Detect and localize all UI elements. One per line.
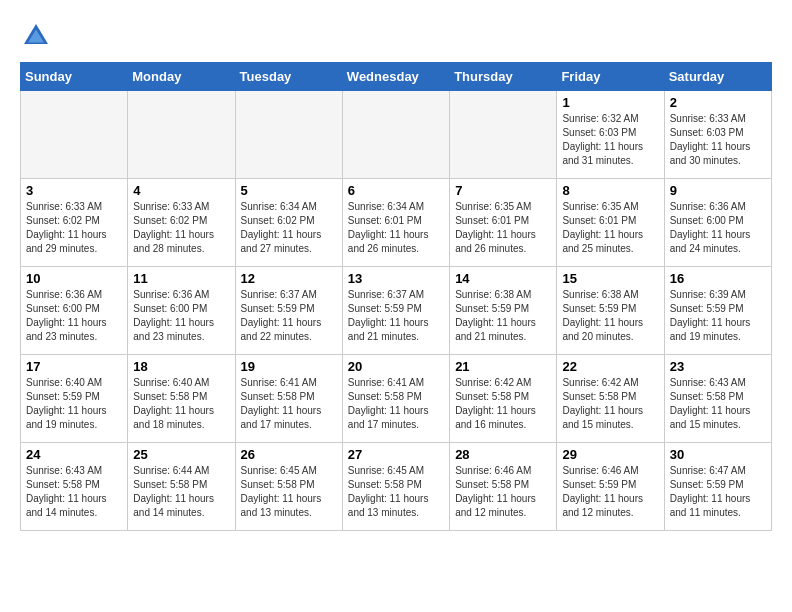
day-number: 8 (562, 183, 658, 198)
calendar-day-cell: 13Sunrise: 6:37 AMSunset: 5:59 PMDayligh… (342, 267, 449, 355)
calendar-day-cell: 15Sunrise: 6:38 AMSunset: 5:59 PMDayligh… (557, 267, 664, 355)
day-info: Sunrise: 6:41 AMSunset: 5:58 PMDaylight:… (241, 376, 337, 432)
calendar-day-cell: 8Sunrise: 6:35 AMSunset: 6:01 PMDaylight… (557, 179, 664, 267)
day-number: 18 (133, 359, 229, 374)
day-info: Sunrise: 6:41 AMSunset: 5:58 PMDaylight:… (348, 376, 444, 432)
calendar-week-row: 24Sunrise: 6:43 AMSunset: 5:58 PMDayligh… (21, 443, 772, 531)
day-number: 23 (670, 359, 766, 374)
calendar-day-cell: 12Sunrise: 6:37 AMSunset: 5:59 PMDayligh… (235, 267, 342, 355)
day-info: Sunrise: 6:43 AMSunset: 5:58 PMDaylight:… (26, 464, 122, 520)
day-number: 20 (348, 359, 444, 374)
day-number: 10 (26, 271, 122, 286)
day-number: 22 (562, 359, 658, 374)
calendar-day-cell (235, 91, 342, 179)
calendar-week-row: 1Sunrise: 6:32 AMSunset: 6:03 PMDaylight… (21, 91, 772, 179)
day-number: 30 (670, 447, 766, 462)
day-info: Sunrise: 6:36 AMSunset: 6:00 PMDaylight:… (26, 288, 122, 344)
column-header-tuesday: Tuesday (235, 63, 342, 91)
day-info: Sunrise: 6:40 AMSunset: 5:58 PMDaylight:… (133, 376, 229, 432)
day-info: Sunrise: 6:37 AMSunset: 5:59 PMDaylight:… (348, 288, 444, 344)
day-number: 27 (348, 447, 444, 462)
day-info: Sunrise: 6:37 AMSunset: 5:59 PMDaylight:… (241, 288, 337, 344)
calendar-table: SundayMondayTuesdayWednesdayThursdayFrid… (20, 62, 772, 531)
day-number: 2 (670, 95, 766, 110)
day-info: Sunrise: 6:40 AMSunset: 5:59 PMDaylight:… (26, 376, 122, 432)
day-info: Sunrise: 6:42 AMSunset: 5:58 PMDaylight:… (455, 376, 551, 432)
calendar-day-cell: 16Sunrise: 6:39 AMSunset: 5:59 PMDayligh… (664, 267, 771, 355)
day-number: 19 (241, 359, 337, 374)
day-number: 7 (455, 183, 551, 198)
day-info: Sunrise: 6:38 AMSunset: 5:59 PMDaylight:… (455, 288, 551, 344)
column-header-monday: Monday (128, 63, 235, 91)
calendar-day-cell: 3Sunrise: 6:33 AMSunset: 6:02 PMDaylight… (21, 179, 128, 267)
day-info: Sunrise: 6:33 AMSunset: 6:02 PMDaylight:… (133, 200, 229, 256)
day-info: Sunrise: 6:46 AMSunset: 5:59 PMDaylight:… (562, 464, 658, 520)
column-header-friday: Friday (557, 63, 664, 91)
calendar-day-cell (21, 91, 128, 179)
day-info: Sunrise: 6:46 AMSunset: 5:58 PMDaylight:… (455, 464, 551, 520)
calendar-day-cell: 28Sunrise: 6:46 AMSunset: 5:58 PMDayligh… (450, 443, 557, 531)
day-info: Sunrise: 6:35 AMSunset: 6:01 PMDaylight:… (562, 200, 658, 256)
day-info: Sunrise: 6:44 AMSunset: 5:58 PMDaylight:… (133, 464, 229, 520)
calendar-day-cell: 21Sunrise: 6:42 AMSunset: 5:58 PMDayligh… (450, 355, 557, 443)
page-header (20, 20, 772, 52)
calendar-day-cell: 10Sunrise: 6:36 AMSunset: 6:00 PMDayligh… (21, 267, 128, 355)
column-header-thursday: Thursday (450, 63, 557, 91)
day-number: 28 (455, 447, 551, 462)
calendar-header-row: SundayMondayTuesdayWednesdayThursdayFrid… (21, 63, 772, 91)
logo (20, 20, 56, 52)
day-info: Sunrise: 6:38 AMSunset: 5:59 PMDaylight:… (562, 288, 658, 344)
day-number: 17 (26, 359, 122, 374)
calendar-day-cell (450, 91, 557, 179)
day-info: Sunrise: 6:35 AMSunset: 6:01 PMDaylight:… (455, 200, 551, 256)
calendar-day-cell: 2Sunrise: 6:33 AMSunset: 6:03 PMDaylight… (664, 91, 771, 179)
logo-icon (20, 20, 52, 52)
day-info: Sunrise: 6:36 AMSunset: 6:00 PMDaylight:… (670, 200, 766, 256)
day-info: Sunrise: 6:43 AMSunset: 5:58 PMDaylight:… (670, 376, 766, 432)
day-number: 25 (133, 447, 229, 462)
column-header-sunday: Sunday (21, 63, 128, 91)
day-info: Sunrise: 6:42 AMSunset: 5:58 PMDaylight:… (562, 376, 658, 432)
calendar-day-cell: 17Sunrise: 6:40 AMSunset: 5:59 PMDayligh… (21, 355, 128, 443)
column-header-wednesday: Wednesday (342, 63, 449, 91)
calendar-week-row: 10Sunrise: 6:36 AMSunset: 6:00 PMDayligh… (21, 267, 772, 355)
day-number: 6 (348, 183, 444, 198)
day-number: 29 (562, 447, 658, 462)
day-number: 11 (133, 271, 229, 286)
calendar-day-cell: 20Sunrise: 6:41 AMSunset: 5:58 PMDayligh… (342, 355, 449, 443)
day-number: 12 (241, 271, 337, 286)
day-info: Sunrise: 6:34 AMSunset: 6:02 PMDaylight:… (241, 200, 337, 256)
day-number: 26 (241, 447, 337, 462)
calendar-day-cell (342, 91, 449, 179)
day-info: Sunrise: 6:45 AMSunset: 5:58 PMDaylight:… (348, 464, 444, 520)
day-info: Sunrise: 6:33 AMSunset: 6:03 PMDaylight:… (670, 112, 766, 168)
day-info: Sunrise: 6:47 AMSunset: 5:59 PMDaylight:… (670, 464, 766, 520)
day-number: 5 (241, 183, 337, 198)
calendar-day-cell: 1Sunrise: 6:32 AMSunset: 6:03 PMDaylight… (557, 91, 664, 179)
day-info: Sunrise: 6:32 AMSunset: 6:03 PMDaylight:… (562, 112, 658, 168)
day-number: 4 (133, 183, 229, 198)
calendar-day-cell (128, 91, 235, 179)
day-info: Sunrise: 6:45 AMSunset: 5:58 PMDaylight:… (241, 464, 337, 520)
day-number: 21 (455, 359, 551, 374)
calendar-week-row: 3Sunrise: 6:33 AMSunset: 6:02 PMDaylight… (21, 179, 772, 267)
day-number: 3 (26, 183, 122, 198)
calendar-day-cell: 27Sunrise: 6:45 AMSunset: 5:58 PMDayligh… (342, 443, 449, 531)
calendar-week-row: 17Sunrise: 6:40 AMSunset: 5:59 PMDayligh… (21, 355, 772, 443)
calendar-day-cell: 26Sunrise: 6:45 AMSunset: 5:58 PMDayligh… (235, 443, 342, 531)
column-header-saturday: Saturday (664, 63, 771, 91)
calendar-day-cell: 7Sunrise: 6:35 AMSunset: 6:01 PMDaylight… (450, 179, 557, 267)
calendar-day-cell: 30Sunrise: 6:47 AMSunset: 5:59 PMDayligh… (664, 443, 771, 531)
day-info: Sunrise: 6:34 AMSunset: 6:01 PMDaylight:… (348, 200, 444, 256)
day-number: 24 (26, 447, 122, 462)
calendar-day-cell: 4Sunrise: 6:33 AMSunset: 6:02 PMDaylight… (128, 179, 235, 267)
calendar-day-cell: 19Sunrise: 6:41 AMSunset: 5:58 PMDayligh… (235, 355, 342, 443)
calendar-day-cell: 23Sunrise: 6:43 AMSunset: 5:58 PMDayligh… (664, 355, 771, 443)
day-number: 15 (562, 271, 658, 286)
day-number: 9 (670, 183, 766, 198)
calendar-day-cell: 22Sunrise: 6:42 AMSunset: 5:58 PMDayligh… (557, 355, 664, 443)
calendar-day-cell: 9Sunrise: 6:36 AMSunset: 6:00 PMDaylight… (664, 179, 771, 267)
calendar-day-cell: 11Sunrise: 6:36 AMSunset: 6:00 PMDayligh… (128, 267, 235, 355)
day-number: 16 (670, 271, 766, 286)
day-number: 13 (348, 271, 444, 286)
